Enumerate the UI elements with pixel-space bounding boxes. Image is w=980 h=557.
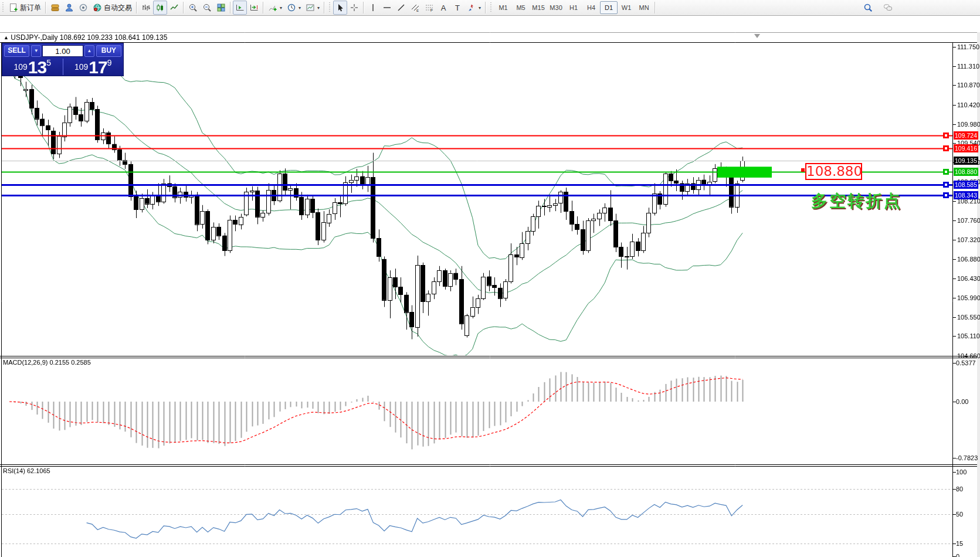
rsi-axis-tick: 100 — [956, 468, 967, 476]
channel-button[interactable]: E — [408, 1, 422, 15]
chevron-down-icon[interactable]: ▾ — [279, 5, 282, 11]
macd-axis-tick: -0.7823 — [956, 454, 978, 461]
rsi-axis-tick: 0 — [956, 553, 959, 557]
sell-button[interactable]: SELL — [4, 45, 29, 57]
indicators-button[interactable]: ▾ — [266, 1, 284, 15]
sell-price[interactable]: 109135 — [2, 57, 63, 76]
autotrading-icon — [93, 3, 102, 12]
chart-shift-button[interactable] — [247, 1, 261, 15]
autotrading-button[interactable]: 自动交易 — [90, 1, 134, 15]
buy-price[interactable]: 109179 — [63, 57, 124, 76]
bar-chart-icon — [141, 3, 151, 12]
timeframe-m30[interactable]: M30 — [547, 1, 565, 14]
timeframe-w1[interactable]: W1 — [618, 1, 635, 14]
autotrading-button-label: 自动交易 — [104, 3, 132, 13]
zoom-out-icon — [202, 3, 212, 12]
candlestick-icon — [155, 3, 165, 12]
toolbar-separator — [45, 2, 46, 13]
chart-canvas[interactable] — [0, 16, 980, 557]
arrows-button[interactable]: ▾ — [464, 1, 483, 15]
rsi-axis-tick: 80 — [956, 485, 963, 493]
timeframe-h4[interactable]: H4 — [582, 1, 600, 14]
crosshair-button[interactable] — [347, 1, 361, 15]
zoom-out-button[interactable] — [200, 1, 214, 15]
main-toolbar: 新订单自动交易▾▾▾EFAT▾M1M5M15M30H1H4D1W1MN — [0, 0, 980, 16]
trendline-button[interactable] — [394, 1, 408, 15]
timeframe-m5[interactable]: M5 — [512, 1, 530, 14]
toolbar-separator — [363, 2, 364, 13]
cursor-button[interactable] — [333, 1, 347, 15]
chat-button[interactable] — [881, 1, 895, 15]
timeframe-m15[interactable]: M15 — [530, 1, 547, 14]
chevron-down-icon[interactable]: ▾ — [478, 5, 481, 11]
chart-shift-marker-icon[interactable] — [754, 34, 760, 38]
volume-up-button[interactable]: ▲ — [84, 45, 94, 57]
periods-button[interactable]: ▾ — [284, 1, 303, 15]
toolbar-grip[interactable] — [2, 2, 5, 13]
metatrader-window: 新订单自动交易▾▾▾EFAT▾M1M5M15M30H1H4D1W1MN ▲ US… — [0, 0, 980, 557]
chart-title: ▲ USDJPY-,Daily 108.692 109.233 108.641 … — [4, 33, 167, 42]
price-axis-tick: 105.110 — [957, 332, 980, 339]
price-label-handle[interactable] — [801, 168, 805, 172]
one-click-trade-panel: SELL ▼ ▲ BUY 109135 109179 — [2, 43, 124, 76]
templates-icon — [306, 3, 315, 12]
zoom-in-button[interactable] — [186, 1, 200, 15]
fibonacci-button[interactable]: F — [422, 1, 436, 15]
collapse-arrow-icon[interactable]: ▲ — [4, 35, 9, 40]
auto-scroll-icon — [235, 3, 245, 12]
rsi-indicator-label: RSI(14) 62.1065 — [3, 467, 50, 474]
text-button[interactable]: A — [436, 1, 450, 15]
line-chart-button[interactable] — [167, 1, 181, 15]
chart-shift-icon — [249, 3, 259, 12]
profiles-button[interactable] — [48, 1, 62, 15]
volume-down-button[interactable]: ▼ — [31, 45, 41, 57]
auto-scroll-button[interactable] — [233, 1, 247, 15]
horizontal-line-button[interactable] — [380, 1, 394, 15]
toolbar-separator — [136, 2, 137, 13]
price-tag: 108.343 — [954, 191, 978, 199]
signals-button[interactable] — [76, 1, 90, 15]
candlestick-chart-button[interactable] — [153, 1, 167, 15]
rsi-axis-tick: 15 — [956, 540, 963, 547]
price-axis-tick: 109.980 — [957, 121, 980, 128]
search-button[interactable] — [861, 1, 875, 15]
tile-windows-button[interactable] — [214, 1, 228, 15]
buy-button[interactable]: BUY — [96, 45, 121, 57]
text-label-button[interactable]: T — [450, 1, 464, 15]
price-axis-tick: 107.320 — [957, 236, 980, 243]
templates-button[interactable]: ▾ — [303, 1, 322, 15]
symbol-period-label: USDJPY-,Daily — [11, 33, 57, 42]
new-order-icon — [9, 3, 18, 12]
price-tag: 109.416 — [954, 144, 978, 152]
profiles-icon — [50, 3, 60, 12]
market-watch-button[interactable] — [62, 1, 76, 15]
market-watch-icon — [65, 3, 74, 12]
vertical-line-button[interactable] — [366, 1, 380, 15]
chat-icon — [883, 3, 893, 12]
fibonacci-icon: F — [425, 3, 434, 12]
price-axis-tick: 110.870 — [957, 81, 980, 89]
bar-chart-button[interactable] — [139, 1, 153, 15]
toolbar-grip[interactable] — [490, 2, 493, 13]
price-axis-tick: 105.990 — [957, 294, 980, 301]
timeframe-h1[interactable]: H1 — [565, 1, 582, 14]
new-order-button-label: 新订单 — [20, 3, 41, 13]
periods-icon — [287, 3, 296, 12]
chart-window: ▲ USDJPY-,Daily 108.692 109.233 108.641 … — [0, 16, 980, 557]
timeframe-mn[interactable]: MN — [635, 1, 653, 14]
toolbar-separator — [263, 2, 264, 13]
chevron-down-icon[interactable]: ▾ — [298, 5, 301, 11]
price-axis-tick: 110.420 — [957, 101, 980, 108]
toolbar-grip[interactable] — [328, 2, 331, 13]
svg-text:F: F — [430, 8, 433, 12]
text-icon: A — [439, 4, 448, 12]
timeframe-m1[interactable]: M1 — [494, 1, 512, 14]
new-order-button[interactable]: 新订单 — [6, 1, 43, 15]
volume-input[interactable] — [42, 45, 83, 57]
timeframe-d1[interactable]: D1 — [600, 1, 618, 14]
chinese-annotation[interactable]: 多空转折点 — [811, 190, 902, 212]
price-label-object[interactable]: 108.880 — [805, 163, 862, 180]
chevron-down-icon[interactable]: ▾ — [317, 5, 320, 11]
horizontal-line-icon — [382, 3, 392, 12]
signals-icon — [79, 3, 88, 12]
